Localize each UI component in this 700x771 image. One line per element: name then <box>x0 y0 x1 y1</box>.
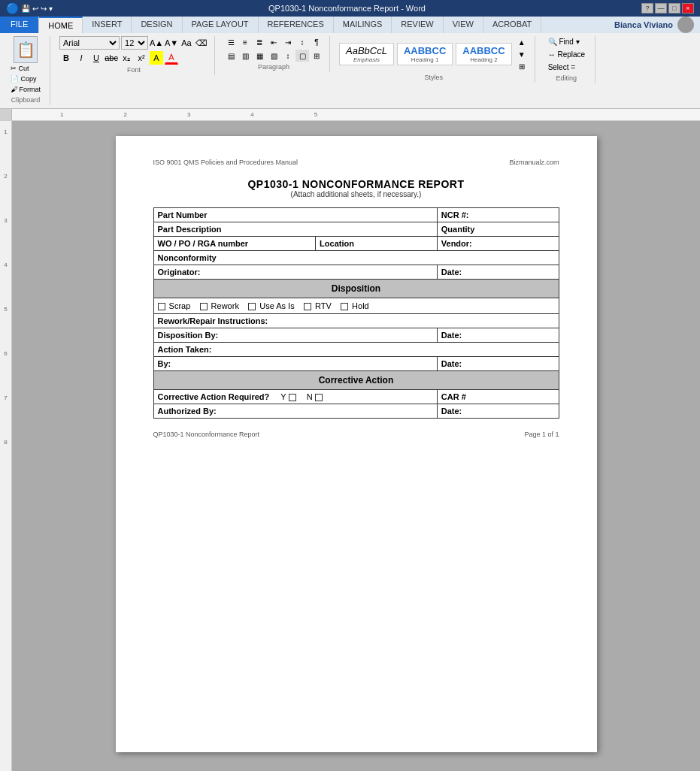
sort-button[interactable]: ↕ <box>295 36 309 48</box>
strikethrough-button[interactable]: abc <box>105 51 118 65</box>
increase-indent-button[interactable]: ⇥ <box>281 36 295 48</box>
show-hide-button[interactable]: ¶ <box>310 36 323 48</box>
text-highlight-button[interactable]: A <box>150 51 163 65</box>
find-button[interactable]: 🔍 Find ▾ <box>544 36 583 47</box>
underline-button[interactable]: U <box>89 51 103 65</box>
format-painter-button[interactable]: 🖌 Format <box>8 84 44 95</box>
tab-file[interactable]: FILE <box>0 17 39 33</box>
tab-design[interactable]: DESIGN <box>132 17 182 33</box>
styles-scroll-down[interactable]: ▼ <box>515 48 529 60</box>
align-right-button[interactable]: ▦ <box>253 50 266 62</box>
borders-button[interactable]: ⊞ <box>310 50 323 62</box>
clipboard-buttons: 📋 ✂ Cut 📄 Copy 🖌 Format <box>8 36 44 95</box>
maximize-button[interactable]: □ <box>668 3 680 14</box>
replace-button[interactable]: ↔ Replace <box>544 49 589 60</box>
subscript-button[interactable]: x₂ <box>120 51 133 65</box>
font-row2: B I U abc x₂ x² A A <box>59 51 208 65</box>
vendor-label: Vendor: <box>441 239 472 248</box>
window-controls[interactable]: ? — □ × <box>641 3 694 14</box>
font-family-select[interactable]: Arial <box>59 36 120 50</box>
y-checkbox[interactable] <box>289 394 296 401</box>
paste-button[interactable]: 📋 <box>14 36 38 63</box>
line-spacing-button[interactable]: ↕ <box>281 50 295 62</box>
tab-mailings[interactable]: MAILINGS <box>334 17 392 33</box>
part-desc-cell: Part Description <box>153 222 437 237</box>
align-left-button[interactable]: ▤ <box>224 50 238 62</box>
font-size-select[interactable]: 12 <box>121 36 148 50</box>
location-label: Location <box>320 239 354 248</box>
justify-button[interactable]: ▧ <box>267 50 280 62</box>
italic-button[interactable]: I <box>74 51 88 65</box>
rtv-checkbox[interactable] <box>304 303 311 310</box>
use-as-is-checkbox[interactable] <box>248 303 256 310</box>
rework-checkbox[interactable] <box>200 303 208 310</box>
disposition-by-cell: Disposition By: <box>153 328 437 343</box>
editing-group: 🔍 Find ▾ ↔ Replace Select = Editing <box>541 36 595 83</box>
document-title: QP1030-1 Nonconformance Report - Word <box>53 4 641 13</box>
user-avatar <box>677 17 694 33</box>
decrease-indent-button[interactable]: ⇤ <box>267 36 280 48</box>
bullets-button[interactable]: ☰ <box>224 36 238 48</box>
paste-button-group: 📋 ✂ Cut 📄 Copy 🖌 Format <box>8 36 44 95</box>
minimize-button[interactable]: — <box>655 3 667 14</box>
style-emphasis[interactable]: AaBbCcL Emphasis <box>339 43 394 65</box>
font-controls: Arial 12 A▲ A▼ Aa ⌫ B I U abc x₂ x² A A <box>59 36 208 65</box>
style-heading2[interactable]: AABBCC Heading 2 <box>456 43 511 65</box>
multilevel-button[interactable]: ≣ <box>253 36 266 48</box>
corrective-action-header-cell: Corrective Action <box>153 371 559 390</box>
tab-page-layout[interactable]: PAGE LAYOUT <box>183 17 259 33</box>
page-footer-right: Page 1 of 1 <box>524 431 559 438</box>
tab-view[interactable]: VIEW <box>444 17 483 33</box>
shrink-font-button[interactable]: A▼ <box>165 36 178 50</box>
ruler-corner <box>0 109 12 120</box>
tab-references[interactable]: REFERENCES <box>259 17 334 33</box>
y-label: Y <box>280 392 286 401</box>
font-color-button[interactable]: A <box>165 51 178 65</box>
location-cell: Location <box>316 237 438 251</box>
paragraph-group: ☰ ≡ ≣ ⇤ ⇥ ↕ ¶ ▤ ▥ ▦ ▧ ↕ ▢ ⊞ Paragraph <box>221 36 330 72</box>
help-button[interactable]: ? <box>641 3 653 14</box>
clear-format-button[interactable]: ⌫ <box>195 36 208 50</box>
table-row: Scrap Rework Use As Is RTV Hold <box>153 298 559 314</box>
style-heading1[interactable]: AABBCC Heading 1 <box>397 43 453 65</box>
para-row2: ▤ ▥ ▦ ▧ ↕ ▢ ⊞ <box>224 50 323 62</box>
part-desc-label: Part Description <box>158 225 222 234</box>
copy-button[interactable]: 📄 Copy <box>8 74 44 84</box>
part-number-label: Part Number <box>158 210 208 219</box>
shading-button[interactable]: ▢ <box>295 50 309 62</box>
date4-cell: Date: <box>437 404 559 419</box>
tab-home[interactable]: HOME <box>39 17 83 33</box>
table-row: By: Date: <box>153 357 559 371</box>
action-taken-cell: Action Taken: <box>153 343 559 357</box>
paragraph-controls: ☰ ≡ ≣ ⇤ ⇥ ↕ ¶ ▤ ▥ ▦ ▧ ↕ ▢ ⊞ <box>224 36 323 62</box>
styles-scroll-up[interactable]: ▲ <box>515 36 529 48</box>
tab-insert[interactable]: INSERT <box>83 17 132 33</box>
numbering-button[interactable]: ≡ <box>238 36 252 48</box>
align-center-button[interactable]: ▥ <box>238 50 252 62</box>
cut-button[interactable]: ✂ Cut <box>8 63 44 74</box>
styles-expand[interactable]: ⊞ <box>515 60 529 72</box>
ribbon-content: 📋 ✂ Cut 📄 Copy 🖌 Format Clipboard Arial … <box>0 33 700 109</box>
hold-checkbox[interactable] <box>341 303 348 310</box>
grow-font-button[interactable]: A▲ <box>150 36 163 50</box>
rework-label: Rework <box>211 301 239 310</box>
scrap-checkbox[interactable] <box>158 303 165 310</box>
table-row: Disposition By: Date: <box>153 328 559 343</box>
nonconformity-label: Nonconformity <box>158 253 217 262</box>
title-bar: 🔵 💾 ↩ ↪ ▾ QP1030-1 Nonconformance Report… <box>0 0 700 17</box>
tab-review[interactable]: REVIEW <box>392 17 443 33</box>
table-row: Authorized By: Date: <box>153 404 559 419</box>
change-case-button[interactable]: Aa <box>180 36 193 50</box>
document-page[interactable]: ISO 9001 QMS Policies and Procedures Man… <box>116 136 597 752</box>
quantity-label: Quantity <box>441 225 475 234</box>
superscript-button[interactable]: x² <box>135 51 148 65</box>
tab-acrobat[interactable]: ACROBAT <box>483 17 541 33</box>
close-button[interactable]: × <box>682 3 694 14</box>
n-checkbox[interactable] <box>315 394 323 401</box>
bold-button[interactable]: B <box>59 51 73 65</box>
wo-po-label: WO / PO / RGA number <box>158 239 249 248</box>
date2-cell: Date: <box>437 328 559 343</box>
table-row: Part Description Quantity <box>153 222 559 237</box>
document-subtitle: (Attach additional sheets, if necessary.… <box>153 190 559 198</box>
select-button[interactable]: Select = <box>544 62 579 73</box>
